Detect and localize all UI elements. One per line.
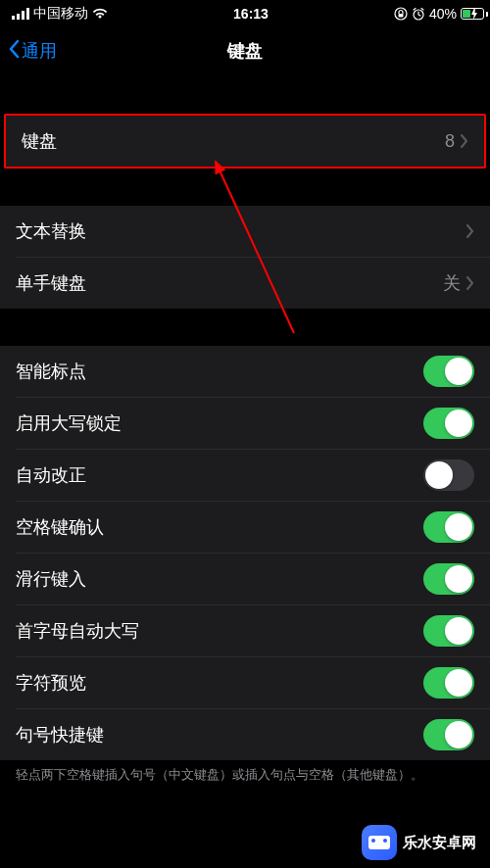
back-button[interactable]: 通用 [8, 39, 57, 64]
text-replacement-label: 文本替换 [16, 219, 86, 243]
period-shortcut-label: 句号快捷键 [16, 723, 104, 747]
battery-percent: 40% [429, 6, 457, 22]
toggle-knob [425, 461, 453, 489]
svg-rect-0 [12, 16, 15, 20]
back-label: 通用 [22, 39, 57, 63]
alarm-icon [412, 7, 425, 21]
battery-icon [461, 8, 478, 20]
text-replacement-cell[interactable]: 文本替换 [0, 206, 490, 257]
toggle-knob [445, 617, 472, 645]
auto-correction-cell: 自动改正 [0, 450, 490, 501]
one-handed-keyboard-cell[interactable]: 单手键盘 关 [0, 258, 490, 309]
slide-to-type-cell: 滑行键入 [0, 554, 490, 604]
one-handed-value: 关 [443, 271, 461, 295]
slide-to-type-label: 滑行键入 [16, 567, 86, 591]
chevron-right-icon [466, 224, 474, 238]
character-preview-label: 字符预览 [16, 671, 86, 695]
space-confirm-cell: 空格键确认 [0, 502, 490, 553]
orientation-lock-icon [394, 7, 408, 21]
one-handed-label: 单手键盘 [16, 271, 86, 295]
keyboards-count: 8 [445, 131, 455, 152]
status-left: 中国移动 [12, 5, 108, 23]
watermark: 乐水安卓网 [358, 823, 480, 862]
footer-description: 轻点两下空格键插入句号（中文键盘）或插入句点与空格（其他键盘）。 [0, 760, 490, 790]
svg-rect-5 [398, 14, 403, 18]
chevron-left-icon [8, 39, 20, 64]
svg-rect-2 [22, 11, 24, 20]
auto-capitalization-label: 首字母自动大写 [16, 619, 139, 643]
page-title: 键盘 [227, 39, 263, 63]
text-group: 文本替换 单手键盘 关 [0, 206, 490, 309]
status-bar: 中国移动 16:13 40% [0, 0, 490, 27]
toggle-knob [445, 721, 472, 748]
status-right: 40% [394, 6, 478, 22]
toggle-knob [445, 565, 472, 593]
character-preview-toggle[interactable] [423, 667, 474, 699]
space-confirm-label: 空格键确认 [16, 515, 104, 539]
nav-bar: 通用 键盘 [0, 27, 490, 74]
smart-punctuation-cell: 智能标点 [0, 346, 490, 397]
period-shortcut-toggle[interactable] [423, 719, 474, 750]
caps-lock-cell: 启用大写锁定 [0, 398, 490, 449]
space-confirm-toggle[interactable] [423, 511, 474, 543]
wifi-icon [92, 8, 108, 20]
auto-correction-label: 自动改正 [16, 463, 86, 487]
keyboards-cell[interactable]: 键盘 8 [6, 116, 484, 167]
signal-icon [12, 8, 29, 20]
keyboards-label: 键盘 [22, 129, 57, 153]
highlight-annotation: 键盘 8 [4, 114, 486, 169]
caps-lock-label: 启用大写锁定 [16, 411, 122, 435]
smart-punctuation-toggle[interactable] [423, 356, 474, 387]
toggle-knob [445, 513, 472, 541]
svg-rect-3 [26, 8, 29, 20]
toggle-knob [445, 669, 472, 697]
chevron-right-icon [466, 276, 474, 290]
toggle-knob [445, 358, 472, 385]
caps-lock-toggle[interactable] [423, 408, 474, 439]
watermark-logo-icon [362, 825, 397, 860]
auto-correction-toggle[interactable] [423, 459, 474, 491]
chevron-right-icon [461, 134, 468, 148]
character-preview-cell: 字符预览 [0, 657, 490, 708]
watermark-text: 乐水安卓网 [403, 834, 476, 852]
toggle-knob [445, 410, 472, 437]
auto-capitalization-cell: 首字母自动大写 [0, 605, 490, 656]
auto-capitalization-toggle[interactable] [423, 615, 474, 647]
smart-punctuation-label: 智能标点 [16, 360, 86, 383]
slide-to-type-toggle[interactable] [423, 563, 474, 595]
status-time: 16:13 [233, 6, 269, 22]
toggles-group: 智能标点启用大写锁定自动改正空格键确认滑行键入首字母自动大写字符预览句号快捷键 [0, 346, 490, 760]
svg-rect-1 [17, 14, 20, 20]
period-shortcut-cell: 句号快捷键 [0, 709, 490, 760]
battery-fill [463, 10, 470, 18]
carrier-label: 中国移动 [33, 5, 88, 23]
